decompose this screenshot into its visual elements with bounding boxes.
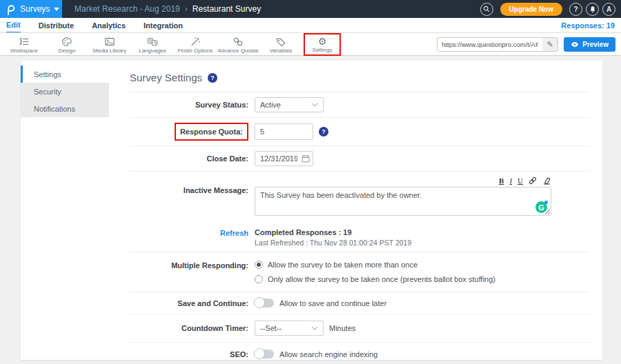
seo-label: SEO: bbox=[130, 350, 248, 358]
caret-down-icon bbox=[54, 8, 59, 11]
inactive-message-row: Inactive Message: B I U bbox=[130, 171, 590, 223]
survey-status-label: Survey Status: bbox=[130, 101, 248, 109]
radio-only-once-label: Only allow the survey to be taken once (… bbox=[268, 275, 495, 283]
page-background: Settings Security Notifications Survey S… bbox=[0, 57, 621, 364]
editor-area: This Survey has been deactivated by the … bbox=[255, 187, 551, 219]
response-quota-input[interactable] bbox=[255, 123, 313, 140]
countdown-timer-label: Countdown Timer: bbox=[130, 324, 248, 332]
translate-icon: A bbox=[147, 37, 158, 47]
seo-text: Allow search engine indexing bbox=[279, 350, 377, 358]
bell-icon bbox=[589, 6, 596, 13]
remove-formatting-icon[interactable] bbox=[542, 176, 551, 185]
last-refreshed-text: Last Refreshed : Thu Nov 28 01:00:24 PST… bbox=[255, 239, 411, 247]
sidebar-item-security[interactable]: Security bbox=[21, 83, 109, 100]
questionpro-logo-icon bbox=[6, 3, 16, 15]
image-icon bbox=[104, 37, 115, 47]
refresh-link[interactable]: Refresh bbox=[220, 229, 248, 237]
italic-button[interactable]: I bbox=[509, 176, 512, 185]
toolbar-workspace[interactable]: Workspace bbox=[3, 35, 46, 54]
nav-integration[interactable]: Integration bbox=[144, 19, 183, 32]
underline-button[interactable]: U bbox=[518, 176, 523, 185]
primary-nav: Edit Distribute Analytics Integration Re… bbox=[0, 18, 621, 33]
settings-sidebar: Settings Security Notifications bbox=[21, 61, 109, 360]
toggle-knob bbox=[254, 348, 265, 359]
toolbar-design-label: Design bbox=[59, 48, 76, 54]
toolbar-settings-label: Settings bbox=[313, 47, 333, 53]
countdown-timer-suffix: Minutes bbox=[329, 324, 356, 332]
countdown-timer-value: --Set-- bbox=[260, 324, 282, 332]
sidebar-item-settings[interactable]: Settings bbox=[21, 65, 109, 83]
save-continue-toggle[interactable] bbox=[255, 299, 274, 307]
page-title: Survey Settings bbox=[130, 72, 202, 83]
completed-responses-text: Completed Responses : 19 bbox=[255, 228, 411, 236]
radio-selected-icon bbox=[255, 261, 263, 269]
nav-distribute[interactable]: Distribute bbox=[39, 19, 74, 32]
survey-status-select[interactable]: Active bbox=[255, 97, 324, 112]
chevron-down-icon bbox=[311, 326, 318, 330]
radio-allow-multiple[interactable]: Allow the survey to be taken more than o… bbox=[255, 261, 495, 269]
refresh-info: Completed Responses : 19 Last Refreshed … bbox=[255, 228, 411, 247]
breadcrumb: Market Research - Aug 2019 › Restaurant … bbox=[75, 4, 261, 14]
close-date-field bbox=[255, 151, 313, 166]
responses-count[interactable]: Responses: 19 bbox=[561, 21, 615, 30]
toolbar-finish-options-label: Finish Options bbox=[177, 48, 213, 54]
survey-settings-help-icon[interactable]: ? bbox=[208, 73, 217, 83]
seo-toggle[interactable] bbox=[255, 350, 274, 358]
survey-url-group: ✎ bbox=[437, 37, 558, 52]
toggle-knob bbox=[254, 297, 265, 308]
inactive-message-editor: B I U bbox=[255, 176, 551, 219]
sidebar-item-notifications[interactable]: Notifications bbox=[21, 100, 109, 117]
radio-unselected-icon bbox=[255, 275, 263, 283]
save-continue-label: Save and Continue: bbox=[130, 299, 248, 307]
multiple-responding-label: Multiple Responding: bbox=[130, 261, 248, 270]
survey-url-input[interactable] bbox=[437, 38, 542, 51]
response-quota-row: Response Quota: ? bbox=[130, 117, 590, 145]
breadcrumb-folder[interactable]: Market Research - Aug 2019 bbox=[75, 4, 180, 14]
nav-analytics[interactable]: Analytics bbox=[92, 19, 126, 32]
save-continue-row: Save and Continue: Allow to save and con… bbox=[130, 292, 590, 314]
chevron-down-icon bbox=[311, 103, 318, 107]
editor-toolbar: B I U bbox=[255, 176, 551, 187]
settings-content: Survey Settings ? Survey Status: Active bbox=[109, 61, 602, 360]
surveys-menu[interactable]: Surveys bbox=[0, 0, 62, 18]
inactive-message-textarea[interactable]: This Survey has been deactivated by the … bbox=[255, 187, 551, 216]
nav-edit[interactable]: Edit bbox=[6, 18, 21, 32]
toolbar-design[interactable]: Design bbox=[46, 35, 88, 54]
calendar-icon[interactable] bbox=[302, 154, 310, 163]
bold-button[interactable]: B bbox=[499, 176, 504, 185]
workspace-icon bbox=[19, 37, 30, 47]
response-quota-help-icon[interactable]: ? bbox=[319, 127, 328, 136]
refresh-link-wrap: Refresh bbox=[130, 228, 248, 237]
toolbar-variables[interactable]: Variables bbox=[259, 35, 302, 54]
chain-links-icon bbox=[233, 37, 244, 47]
toolbar-workspace-label: Workspace bbox=[10, 48, 38, 54]
toolbar-advance-quotas[interactable]: Advance Quotas bbox=[217, 35, 259, 54]
grammarly-icon[interactable]: G bbox=[535, 201, 547, 213]
toolbar-languages-label: Languages bbox=[139, 48, 166, 54]
upgrade-now-button[interactable]: Upgrade Now bbox=[500, 3, 562, 16]
toolbar-media-library[interactable]: Media Library bbox=[88, 35, 131, 54]
close-date-row: Close Date: bbox=[130, 145, 590, 171]
notifications-button[interactable] bbox=[586, 3, 599, 16]
magic-wand-icon bbox=[190, 37, 201, 47]
edit-url-icon[interactable]: ✎ bbox=[542, 40, 558, 49]
edit-toolbar: Workspace Design Media Library A Languag… bbox=[0, 33, 621, 56]
topbar-actions: Upgrade Now ? A bbox=[480, 3, 621, 16]
product-name: Surveys bbox=[20, 4, 50, 14]
toolbar-settings[interactable]: ⚙ Settings bbox=[307, 35, 337, 53]
link-icon[interactable] bbox=[529, 176, 537, 185]
toolbar-media-library-label: Media Library bbox=[93, 48, 126, 54]
radio-only-once[interactable]: Only allow the survey to be taken once (… bbox=[255, 275, 495, 283]
preview-button[interactable]: Preview bbox=[564, 37, 615, 52]
countdown-timer-select[interactable]: --Set-- bbox=[255, 321, 324, 336]
search-button[interactable] bbox=[480, 3, 493, 16]
avatar[interactable]: A bbox=[602, 3, 615, 16]
breadcrumb-current: Restaurant Survey bbox=[193, 4, 261, 14]
toolbar-finish-options[interactable]: Finish Options bbox=[174, 35, 217, 54]
response-quota-label: Response Quota: bbox=[175, 123, 248, 141]
help-button[interactable]: ? bbox=[569, 3, 582, 16]
settings-highlight-box: ⚙ Settings bbox=[304, 33, 341, 56]
svg-text:A: A bbox=[154, 41, 157, 45]
toolbar-languages[interactable]: A Languages bbox=[131, 35, 174, 54]
survey-status-value: Active bbox=[260, 101, 281, 109]
